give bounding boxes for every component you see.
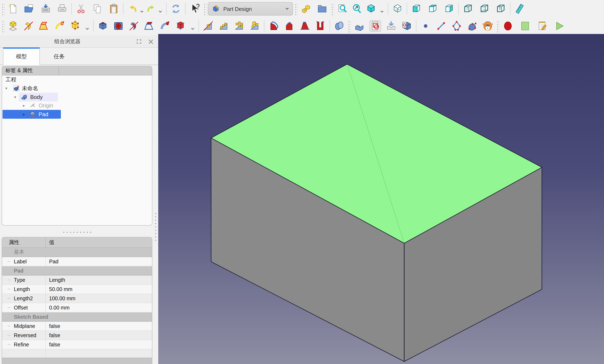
tree-row-document[interactable]: ▾ 未命名: [2, 84, 152, 93]
property-group-row[interactable]: 基本: [2, 248, 152, 257]
close-panel-icon[interactable]: [147, 37, 155, 46]
macro-execute-icon[interactable]: [554, 20, 565, 31]
fit-selection-icon[interactable]: [351, 3, 362, 14]
tab-model[interactable]: 模型: [3, 47, 40, 65]
fit-all-icon[interactable]: [337, 3, 348, 14]
save-document-icon[interactable]: [40, 3, 51, 14]
tree-row-pad[interactable]: ▸ Pad: [2, 110, 152, 119]
redo-dropdown-icon[interactable]: [158, 3, 163, 14]
groove-tool-icon[interactable]: [128, 20, 139, 31]
sheep-icon[interactable]: [482, 20, 493, 31]
workbench-selector[interactable]: Part Design: [208, 2, 293, 15]
print-icon[interactable]: [57, 3, 68, 14]
subtractive-primitive-icon[interactable]: [175, 20, 186, 31]
copy-icon[interactable]: [92, 3, 103, 14]
tree-row-body[interactable]: ▾ Body: [2, 93, 152, 101]
pad-tool-icon[interactable]: [8, 20, 18, 31]
new-document-icon[interactable]: [8, 3, 18, 14]
sketch-point-icon[interactable]: [420, 20, 431, 31]
view-right-icon[interactable]: [444, 3, 454, 14]
view-left-icon[interactable]: [495, 3, 506, 14]
view-dropdown-icon[interactable]: [380, 3, 384, 14]
refresh-icon[interactable]: [170, 3, 181, 14]
property-row[interactable]: Refine false: [2, 340, 152, 349]
chevron-right-icon[interactable]: ▸: [22, 112, 26, 117]
chevron-down-icon[interactable]: ▾: [4, 86, 8, 91]
cut-icon[interactable]: [76, 3, 87, 14]
property-group-row[interactable]: Sketch Based: [2, 312, 152, 322]
map-sketch-to-face-icon[interactable]: [401, 20, 412, 31]
axonometric-view-icon[interactable]: [365, 3, 377, 14]
property-row[interactable]: Offset 0.00 mm: [2, 303, 152, 312]
property-row[interactable]: Length 50.00 mm: [2, 285, 152, 294]
toolbar-drag-handle[interactable]: [496, 20, 500, 32]
additive-dropdown-icon[interactable]: [85, 20, 89, 31]
float-panel-icon[interactable]: [135, 37, 143, 46]
undo-dropdown-icon[interactable]: [140, 3, 144, 14]
macro-record-icon[interactable]: [503, 20, 513, 31]
view-top-icon[interactable]: [427, 3, 438, 14]
revolution-tool-icon[interactable]: [23, 20, 34, 31]
thickness-tool-icon[interactable]: [315, 20, 326, 31]
chamfer-tool-icon[interactable]: [284, 20, 295, 31]
subtractive-dropdown-icon[interactable]: [190, 20, 195, 31]
hole-tool-icon[interactable]: [113, 20, 124, 31]
chevron-right-icon[interactable]: ▸: [22, 103, 26, 108]
additive-primitive-icon[interactable]: [70, 20, 81, 31]
additive-pipe-icon[interactable]: [54, 20, 65, 31]
pocket-tool-icon[interactable]: [97, 20, 108, 31]
shape-binder-icon[interactable]: [354, 20, 365, 31]
paste-icon[interactable]: [108, 3, 119, 14]
toolbar-drag-handle[interactable]: [1, 2, 5, 15]
3d-viewport[interactable]: [158, 34, 604, 364]
toolbar-drag-handle[interactable]: [348, 20, 351, 32]
fillet-tool-icon[interactable]: [268, 20, 279, 31]
redo-icon[interactable]: [146, 3, 157, 14]
subtractive-pipe-icon[interactable]: [160, 20, 170, 31]
column-divider[interactable]: [45, 237, 46, 247]
validate-sketch-icon[interactable]: [386, 20, 397, 31]
mirrored-tool-icon[interactable]: [203, 20, 214, 31]
property-group-row[interactable]: Pad: [2, 266, 152, 276]
toolbar-drag-handle[interactable]: [1, 20, 5, 32]
view-rear-icon[interactable]: [463, 3, 473, 14]
sketch-polygon-icon[interactable]: [451, 20, 462, 31]
tab-tasks[interactable]: 任务: [39, 48, 79, 65]
vertical-splitter-handle[interactable]: [154, 212, 157, 241]
open-document-icon[interactable]: [24, 3, 35, 14]
sketch-bspline-icon[interactable]: [467, 20, 478, 31]
polar-pattern-icon[interactable]: [234, 20, 245, 31]
additive-loft-icon[interactable]: [39, 20, 50, 31]
create-part-icon[interactable]: [301, 3, 312, 14]
create-sketch-icon[interactable]: [369, 20, 381, 32]
property-row[interactable]: Label Pad: [2, 257, 152, 266]
macro-stop-icon[interactable]: [520, 20, 530, 31]
subtractive-loft-icon[interactable]: [144, 20, 155, 31]
boolean-operation-icon[interactable]: [334, 20, 345, 31]
sketch-line-icon[interactable]: [436, 20, 447, 31]
measure-icon[interactable]: [514, 3, 525, 14]
toolbar-drag-handle[interactable]: [331, 2, 334, 15]
tree-row-project[interactable]: 工程: [2, 75, 152, 84]
view-front-icon[interactable]: [411, 3, 422, 14]
property-row[interactable]: Length2 100.00 mm: [2, 294, 152, 303]
horizontal-splitter-handle[interactable]: [62, 230, 92, 234]
combo-view-titlebar[interactable]: 组合浏览器: [0, 36, 158, 48]
column-divider[interactable]: [58, 66, 59, 75]
linear-pattern-icon[interactable]: [218, 20, 229, 31]
chevron-down-icon[interactable]: ▾: [13, 95, 17, 99]
whats-this-icon[interactable]: [189, 3, 200, 14]
toolbar-drag-handle[interactable]: [203, 2, 206, 15]
property-row[interactable]: Reversed false: [2, 331, 152, 340]
property-row[interactable]: Midplane false: [2, 322, 152, 331]
toolbar-drag-handle[interactable]: [294, 2, 298, 15]
tree-row-origin[interactable]: ▸ Origin: [2, 101, 152, 110]
create-group-icon[interactable]: [317, 3, 328, 14]
undo-icon[interactable]: [127, 3, 138, 14]
macro-edit-icon[interactable]: [537, 20, 548, 31]
multi-transform-icon[interactable]: [249, 20, 260, 31]
view-bottom-icon[interactable]: [479, 3, 490, 14]
draw-style-icon[interactable]: [392, 3, 403, 14]
property-row[interactable]: Type Length: [2, 276, 152, 285]
draft-tool-icon[interactable]: [299, 20, 310, 31]
